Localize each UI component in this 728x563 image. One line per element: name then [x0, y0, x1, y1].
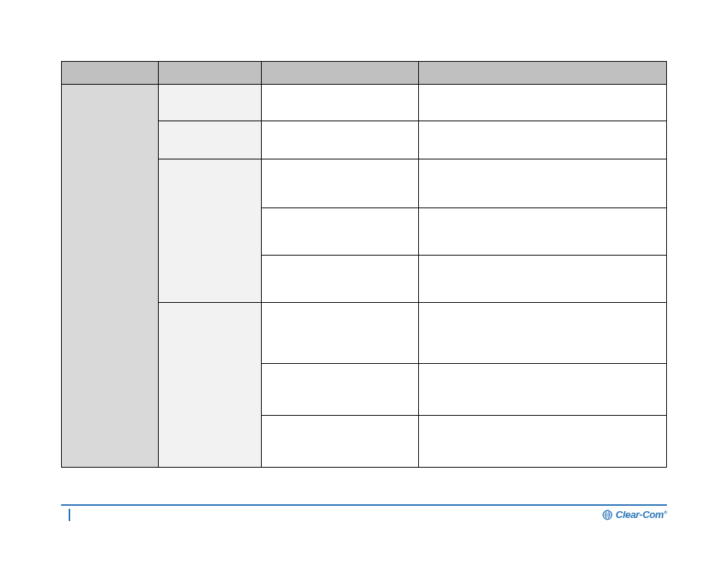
data-cell — [418, 364, 666, 416]
brand-name: Clear-Com® — [616, 509, 667, 520]
header-cell — [158, 62, 261, 85]
data-table — [61, 61, 667, 468]
data-cell — [418, 159, 666, 208]
header-cell — [62, 62, 159, 85]
data-cell — [261, 256, 418, 303]
data-cell — [418, 208, 666, 256]
data-cell — [261, 303, 418, 364]
data-cell — [418, 416, 666, 468]
subgroup-cell — [158, 85, 261, 121]
registered-mark: ® — [664, 510, 667, 515]
brand-logo: Clear-Com® — [602, 509, 667, 520]
data-cell — [418, 256, 666, 303]
row-group-cell — [62, 85, 159, 468]
data-cell — [418, 121, 666, 159]
data-cell — [261, 208, 418, 256]
data-cell — [418, 85, 666, 121]
subgroup-cell — [158, 121, 261, 159]
footer-separator — [69, 509, 70, 521]
data-cell — [418, 303, 666, 364]
subgroup-cell — [158, 159, 261, 303]
footer-rule — [61, 504, 667, 506]
data-cell — [261, 121, 418, 159]
header-cell — [418, 62, 666, 85]
globe-icon — [602, 510, 613, 520]
data-cell — [261, 416, 418, 468]
subgroup-cell — [158, 303, 261, 468]
data-cell — [261, 159, 418, 208]
table-row — [62, 85, 667, 121]
data-cell — [261, 85, 418, 121]
data-cell — [261, 364, 418, 416]
table-header-row — [62, 62, 667, 85]
page-footer: Clear-Com® — [61, 504, 667, 521]
header-cell — [261, 62, 418, 85]
